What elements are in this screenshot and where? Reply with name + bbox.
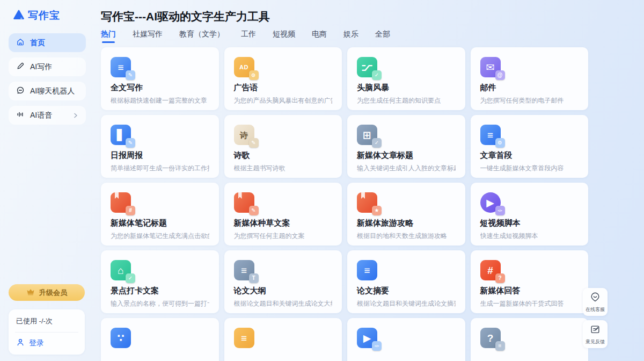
tool-card-title: 短视频脚本 — [480, 218, 579, 228]
tool-card[interactable]: # 新媒体笔记标题 为您的新媒体笔记生成充满点击欲的标题 — [101, 183, 219, 246]
icon-badge: ? — [495, 273, 505, 283]
tool-card[interactable]: ≡ 论文摘要 根据论文题目和关键词生成论文摘要 — [347, 250, 465, 313]
icon-badge: ✓ — [126, 273, 135, 283]
icon-badge: ★ — [372, 206, 382, 215]
tool-card-title: 头脑风暴 — [357, 83, 456, 93]
logo-triangle-icon — [13, 9, 25, 23]
tab-item[interactable]: 社媒写作 — [133, 30, 163, 43]
sidebar-item-label: 首页 — [30, 38, 45, 48]
sidebar-item-ai-writing[interactable]: AI写作 — [9, 57, 86, 76]
sidebar-item-ai-chatbot[interactable]: AI聊天机器人 — [9, 82, 86, 100]
tool-card[interactable]: ≡ T 论文大纲 根据论文题目和关键词生成论文大纲 — [224, 250, 342, 313]
tool-card[interactable]: ? ≡ — [471, 318, 589, 361]
tool-card[interactable]: ⊞ ✓ 新媒体文章标题 输入关键词生成引人入胜的文章标题 — [347, 115, 465, 178]
tool-card-desc: 根据目的地和天数生成旅游攻略 — [357, 232, 456, 241]
tab-item[interactable]: 全部 — [375, 30, 390, 43]
tool-card[interactable]: ✎ 新媒体种草文案 为您撰写任何主题的文案 — [224, 183, 342, 246]
logo-text: 写作宝 — [28, 9, 60, 23]
share-doc-icon: ∵ — [111, 328, 131, 348]
divider — [15, 332, 78, 333]
recommendation-copy-icon: ✎ — [234, 192, 254, 213]
daily-report-icon: ▋ ✎ — [111, 125, 131, 145]
tab-item[interactable]: 电商 — [312, 30, 327, 43]
customer-service-button[interactable]: 在线客服 — [583, 288, 608, 316]
icon-badge: </> — [372, 341, 382, 351]
tool-card-desc: 一键生成新媒体文章首段内容 — [480, 164, 579, 173]
tool-card-desc: 根据主题书写诗歌 — [234, 164, 333, 173]
tool-card-title: 邮件 — [480, 83, 579, 93]
upgrade-membership-button[interactable]: 升级会员 — [9, 284, 85, 301]
video-play-icon: ▶ </> — [357, 328, 377, 348]
icon-badge: @ — [495, 70, 505, 80]
sidebar-item-home[interactable]: 首页 — [9, 33, 86, 52]
tool-card-desc: 为您的新媒体笔记生成充满点击欲的标题 — [111, 232, 209, 241]
tool-card[interactable]: ✉ @ 邮件 为您撰写任何类型的电子邮件 — [471, 47, 589, 110]
tool-card[interactable]: ≡ ✎ 全文写作 根据标题快速创建一篇完整的文章 — [101, 47, 219, 110]
tool-card-desc: 为您生成任何主题的知识要点 — [357, 96, 456, 105]
tool-card-desc: 快速生成短视频脚本 — [480, 232, 579, 241]
icon-badge: ✎ — [126, 70, 135, 80]
tool-card-desc: 生成一篇新媒体的干货式回答 — [480, 299, 579, 308]
tool-card-title: 日报周报 — [111, 150, 209, 161]
sidebar-item-label: AI聊天机器人 — [30, 86, 75, 96]
tool-card-desc: 简单描述即可生成一份详实的工作报告 — [111, 164, 209, 173]
tool-card[interactable]: ⌂ ✓ 景点打卡文案 输入景点的名称，便可得到一篇打卡文章 — [101, 250, 219, 313]
tool-card-title: 新媒体笔记标题 — [111, 218, 209, 228]
tool-card-title: 景点打卡文案 — [111, 286, 209, 296]
icon-badge: ≡ — [495, 341, 505, 351]
tool-card[interactable]: ≡ — [224, 318, 342, 361]
tool-card-title: 新媒体回答 — [480, 286, 579, 296]
home-icon — [16, 38, 25, 48]
sidebar: 写作宝 首页 AI写作 — [0, 0, 94, 361]
usage-card: 已使用 -/-次 登录 — [9, 309, 85, 355]
thesis-abstract-icon: ≡ — [357, 260, 377, 280]
article-title-icon: ⊞ ✓ — [357, 125, 377, 145]
tool-card[interactable]: ⌥ ✓ 头脑风暴 为您生成任何主题的知识要点 — [347, 47, 465, 110]
login-label: 登录 — [29, 338, 44, 348]
fulltext-doc-icon: ≡ ✎ — [111, 57, 131, 77]
chevron-right-icon — [73, 111, 78, 120]
landmark-checkin-icon: ⌂ ✓ — [111, 260, 131, 280]
feedback-button[interactable]: 意见反馈 — [583, 320, 608, 348]
icon-badge: ✎ — [249, 138, 259, 148]
icon-badge: # — [126, 206, 135, 215]
tool-card-desc: 为您撰写任何类型的电子邮件 — [480, 96, 579, 105]
tool-card[interactable]: 诗 ✎ 诗歌 根据主题书写诗歌 — [224, 115, 342, 178]
tab-item[interactable]: 教育（文学） — [179, 30, 224, 43]
sidebar-item-label: AI写作 — [30, 62, 52, 72]
icon-badge: ✓ — [372, 138, 382, 148]
tool-card-title: 新媒体旅游攻略 — [357, 218, 456, 228]
icon-badge: ⚙ — [495, 138, 505, 148]
tool-card[interactable]: AD ⊙ 广告语 为您的产品头脑风暴出有创意的广告宣传语 — [224, 47, 342, 110]
first-paragraph-icon: ≡ ⚙ — [480, 125, 501, 145]
usage-count-text: 已使用 -/-次 — [16, 316, 77, 326]
note-title-icon: # — [111, 192, 131, 213]
shopping-bag-icon: ≡ — [234, 328, 254, 348]
tool-card-title: 全文写作 — [111, 83, 209, 93]
tool-card[interactable]: ★ 新媒体旅游攻略 根据目的地和天数生成旅游攻略 — [347, 183, 465, 246]
video-script-icon: ▶ </> — [480, 192, 501, 213]
question-doc-icon: ? ≡ — [480, 328, 501, 348]
tool-card-title: 论文大纲 — [234, 286, 333, 296]
sidebar-item-ai-voice[interactable]: AI语音 — [9, 106, 86, 125]
tab-item[interactable]: 娱乐 — [343, 30, 358, 43]
tool-card[interactable]: ≡ ⚙ 文章首段 一键生成新媒体文章首段内容 — [471, 115, 589, 178]
tool-card[interactable]: ∵ — [101, 318, 219, 361]
tool-card[interactable]: ▋ ✎ 日报周报 简单描述即可生成一份详实的工作报告 — [101, 115, 219, 178]
tab-item[interactable]: 工作 — [241, 30, 256, 43]
login-button[interactable]: 登录 — [16, 338, 77, 348]
tool-card[interactable]: # ? 新媒体回答 生成一篇新媒体的干货式回答 — [471, 250, 589, 313]
mail-icon: ✉ @ — [480, 57, 501, 77]
tool-card-desc: 根据标题快速创建一篇完整的文章 — [111, 96, 209, 105]
tool-card[interactable]: ▶ </> — [347, 318, 465, 361]
support-chat-icon — [590, 292, 601, 305]
tab-item[interactable]: 热门 — [101, 30, 116, 43]
travel-guide-icon: ★ — [357, 192, 377, 213]
poem-icon: 诗 ✎ — [234, 125, 254, 145]
tool-card[interactable]: ▶ </> 短视频脚本 快速生成短视频脚本 — [471, 183, 589, 246]
chat-bubble-icon — [16, 86, 25, 96]
voice-wave-icon — [16, 110, 25, 120]
tab-item[interactable]: 短视频 — [273, 30, 295, 43]
app-logo: 写作宝 — [13, 9, 94, 23]
tool-card-title: 广告语 — [234, 83, 333, 93]
